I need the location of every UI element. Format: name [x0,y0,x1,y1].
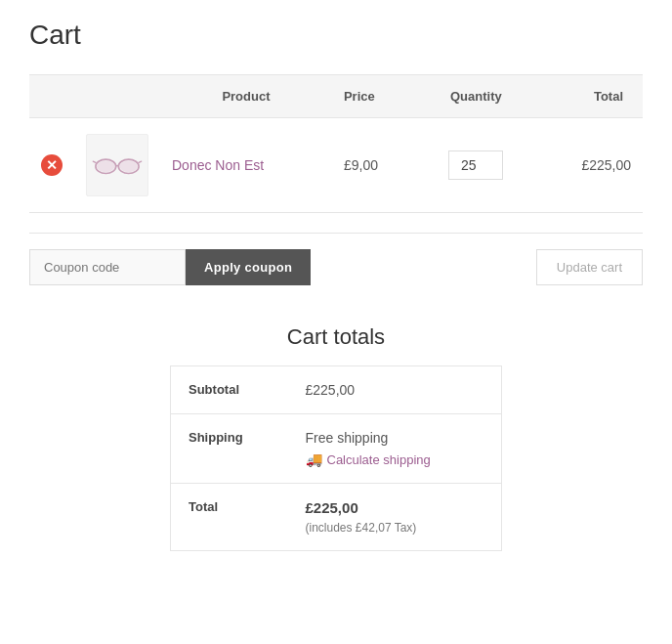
product-price: £9,00 [344,157,378,173]
apply-coupon-button[interactable]: Apply coupon [186,249,311,285]
quantity-input[interactable] [448,150,503,180]
cart-totals-title: Cart totals [170,324,502,350]
remove-item-button[interactable]: ✕ [41,154,63,176]
total-label: Total [171,484,288,551]
subtotal-label: Subtotal [171,366,288,414]
truck-icon: 🚚 [306,451,322,467]
free-shipping-text: Free shipping [306,430,484,446]
col-header-total: Total [534,75,643,118]
total-value: £225,00 (includes £42,07 Tax) [288,484,502,551]
svg-line-2 [93,161,96,162]
shipping-row: Shipping Free shipping 🚚 Calculate shipp… [171,414,502,484]
cart-actions: Apply coupon Update cart [29,233,643,285]
svg-point-4 [97,160,114,172]
glasses-svg [92,151,143,179]
tax-note: (includes £42,07 Tax) [306,521,417,535]
col-header-product: Product [160,75,332,118]
cart-totals-section: Cart totals Subtotal £225,00 Shipping Fr… [29,324,643,551]
table-row: ✕ [29,118,643,213]
total-amount: £225,00 [306,499,484,516]
calculate-shipping-label: Calculate shipping [327,452,431,467]
total-row: Total £225,00 (includes £42,07 Tax) [171,484,502,551]
svg-line-3 [139,161,142,162]
update-cart-button[interactable]: Update cart [536,249,643,285]
shipping-label: Shipping [171,414,288,484]
shipping-value: Free shipping 🚚 Calculate shipping [288,414,502,484]
cart-table: Product Price Quantity Total ✕ [29,74,643,213]
calculate-shipping-link[interactable]: 🚚 Calculate shipping [306,451,431,467]
col-header-quantity: Quantity [418,75,534,118]
subtotal-value: £225,00 [288,366,502,414]
coupon-input[interactable] [29,249,186,285]
product-total: £225,00 [581,157,631,173]
coupon-section: Apply coupon [29,249,536,285]
product-image [86,134,148,196]
remove-icon: ✕ [41,154,63,176]
svg-point-5 [120,160,138,172]
product-name-link[interactable]: Donec Non Est [172,157,264,173]
page-title: Cart [29,20,643,51]
col-header-price: Price [332,75,418,118]
subtotal-row: Subtotal £225,00 [171,366,502,414]
cart-totals-box: Cart totals Subtotal £225,00 Shipping Fr… [170,324,502,551]
totals-table: Subtotal £225,00 Shipping Free shipping … [170,365,502,551]
